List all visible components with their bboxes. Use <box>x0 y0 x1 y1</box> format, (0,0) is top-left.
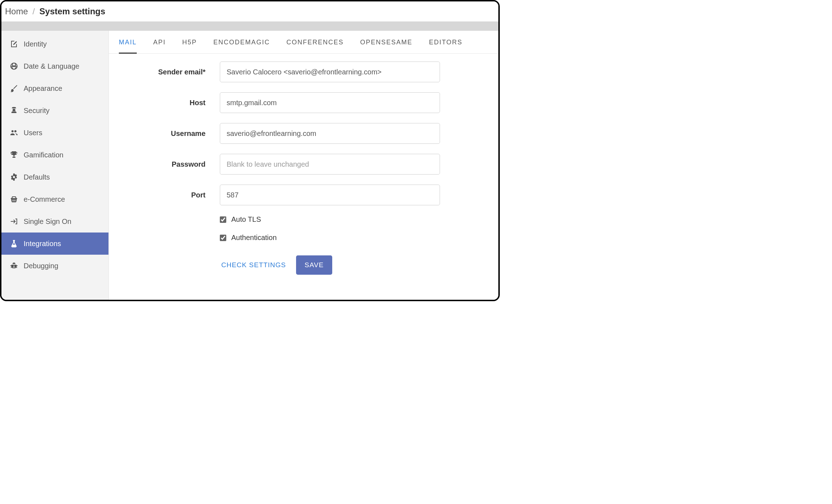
tab-api[interactable]: API <box>153 39 166 53</box>
sidebar-item-sso[interactable]: Single Sign On <box>1 210 108 233</box>
auto-tls-label: Auto TLS <box>231 215 261 224</box>
sidebar-item-label: Integrations <box>24 240 61 248</box>
tab-encodemagic[interactable]: ENCODEMAGIC <box>213 39 270 53</box>
sidebar-item-label: Defaults <box>24 173 50 181</box>
sidebar-item-appearance[interactable]: Appearance <box>1 77 108 99</box>
sidebar-item-users[interactable]: Users <box>1 122 108 144</box>
auto-tls-checkbox[interactable] <box>220 216 226 223</box>
sender-email-label: Sender email* <box>112 68 220 76</box>
password-input[interactable] <box>220 154 440 175</box>
sidebar-item-label: Identity <box>24 40 47 48</box>
port-input[interactable] <box>220 185 440 205</box>
sidebar-item-security[interactable]: Security <box>1 99 108 122</box>
tab-conferences[interactable]: CONFERENCES <box>286 39 344 53</box>
page-title: System settings <box>39 6 105 16</box>
check-settings-button[interactable]: CHECK SETTINGS <box>220 258 287 273</box>
host-label: Host <box>112 99 220 107</box>
document-edit-icon <box>9 39 19 49</box>
tab-opensesame[interactable]: OPENSESAME <box>360 39 412 53</box>
sidebar-item-label: Date & Language <box>24 62 79 70</box>
sidebar-item-ecommerce[interactable]: e-Commerce <box>1 188 108 210</box>
basket-icon <box>9 195 19 204</box>
password-label: Password <box>112 160 220 168</box>
sidebar-item-label: Appearance <box>24 84 62 93</box>
sidebar-item-label: Security <box>24 107 49 115</box>
tab-mail[interactable]: MAIL <box>119 39 137 54</box>
brush-icon <box>9 84 19 93</box>
sidebar-item-label: Single Sign On <box>24 217 71 226</box>
integrations-tabs: MAIL API H5P ENCODEMAGIC CONFERENCES OPE… <box>109 31 498 54</box>
globe-icon <box>9 62 19 71</box>
username-label: Username <box>112 129 220 138</box>
port-label: Port <box>112 191 220 199</box>
divider-bar <box>1 21 498 31</box>
sidebar-item-label: Debugging <box>24 262 58 270</box>
tab-h5p[interactable]: H5P <box>182 39 197 53</box>
agent-icon <box>9 106 19 115</box>
sidebar-item-label: Gamification <box>24 151 63 159</box>
sender-email-input[interactable] <box>220 62 440 82</box>
breadcrumb: Home / System settings <box>1 1 498 21</box>
sidebar-item-identity[interactable]: Identity <box>1 33 108 55</box>
host-input[interactable] <box>220 92 440 113</box>
tab-editors[interactable]: EDITORS <box>429 39 463 53</box>
gears-icon <box>9 172 19 182</box>
trophy-icon <box>9 150 19 160</box>
sidebar-item-defaults[interactable]: Defaults <box>1 166 108 188</box>
sidebar-item-gamification[interactable]: Gamification <box>1 144 108 166</box>
bug-icon <box>9 261 19 270</box>
mail-settings-form: Sender email* Host Username <box>109 54 498 292</box>
breadcrumb-separator: / <box>33 6 35 16</box>
save-button[interactable]: SAVE <box>296 255 332 275</box>
sidebar-item-label: e-Commerce <box>24 195 65 204</box>
users-icon <box>9 128 19 137</box>
username-input[interactable] <box>220 123 440 144</box>
authentication-label: Authentication <box>231 234 277 242</box>
settings-sidebar: Identity Date & Language Appearance Secu… <box>1 31 109 300</box>
flask-icon <box>9 239 19 248</box>
sidebar-item-label: Users <box>24 129 42 137</box>
authentication-checkbox[interactable] <box>220 235 226 241</box>
sidebar-item-date-language[interactable]: Date & Language <box>1 55 108 77</box>
sidebar-item-integrations[interactable]: Integrations <box>1 233 108 255</box>
sidebar-item-debugging[interactable]: Debugging <box>1 255 108 277</box>
arrow-right-bracket-icon <box>9 217 19 226</box>
breadcrumb-home[interactable]: Home <box>5 6 28 16</box>
